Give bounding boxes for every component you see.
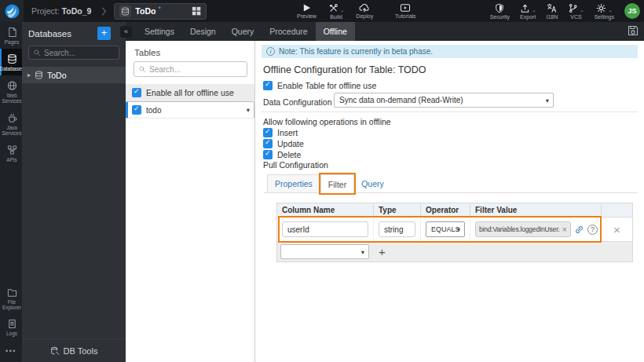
translate-icon bbox=[547, 3, 557, 13]
play-icon bbox=[302, 3, 311, 13]
db-tools-button[interactable]: DB Tools bbox=[22, 338, 126, 362]
subtab-filter[interactable]: Filter bbox=[320, 174, 354, 193]
sidebar-item-logs[interactable]: Logs bbox=[0, 314, 22, 340]
sidebar-item-apis[interactable]: APIs bbox=[0, 140, 22, 166]
enable-table-offline-label: Enable Table for offline use bbox=[277, 81, 376, 90]
sidebar-item-web-services[interactable]: Web Services bbox=[0, 75, 22, 108]
sidebar-item-databases[interactable]: Databases bbox=[0, 49, 22, 75]
tables-panel: Tables Enable all for offline use todo bbox=[126, 41, 255, 362]
sidebar-item-pages[interactable]: Pages bbox=[0, 22, 22, 49]
security-button[interactable]: Security bbox=[490, 3, 510, 20]
remove-value-icon[interactable]: × bbox=[562, 225, 567, 234]
filter-table-footer: + bbox=[277, 241, 632, 261]
app-logo[interactable] bbox=[0, 0, 24, 22]
add-filter-button[interactable]: + bbox=[379, 246, 386, 258]
top-bar: Project:ToDo_9 ToDo * Preview ⌄ Build De… bbox=[0, 0, 644, 22]
rail-spacer bbox=[0, 166, 22, 283]
database-tree-item-todo[interactable]: ▸ ToDo bbox=[22, 67, 126, 83]
delete-checkbox[interactable] bbox=[263, 150, 273, 159]
database-tree-label: ToDo bbox=[47, 71, 67, 80]
databases-panel-header: Databases + bbox=[22, 22, 126, 44]
delete-row-button[interactable]: × bbox=[613, 223, 620, 236]
database-icon bbox=[35, 71, 43, 79]
save-button[interactable] bbox=[628, 25, 639, 39]
chevron-down-icon: ⌄ bbox=[580, 7, 584, 13]
db-tools-icon bbox=[50, 346, 60, 356]
build-tools-icon bbox=[328, 3, 338, 13]
i18n-button[interactable]: I18N bbox=[546, 3, 558, 20]
chevron-down-icon: ⌄ bbox=[340, 7, 344, 13]
database-search-input[interactable] bbox=[44, 49, 112, 57]
page-icon bbox=[7, 27, 17, 38]
header-type: Type bbox=[374, 203, 421, 217]
subtab-properties[interactable]: Properties bbox=[267, 174, 320, 193]
tab-offline[interactable]: Offline bbox=[316, 22, 355, 41]
project-label: Project: bbox=[31, 6, 60, 16]
search-icon bbox=[33, 49, 41, 57]
filter-value-text: bind:Variables.loggedInUser.data bbox=[479, 225, 560, 233]
tab-design[interactable]: Design bbox=[182, 22, 224, 41]
grid-icon[interactable] bbox=[192, 6, 201, 16]
enable-table-offline-checkbox[interactable] bbox=[263, 81, 273, 90]
subtab-query[interactable]: Query bbox=[354, 174, 391, 193]
beta-note-text: Note: This feature is currently in beta … bbox=[279, 47, 433, 56]
user-avatar[interactable]: JS bbox=[624, 3, 640, 19]
beta-note-banner: i Note: This feature is currently in bet… bbox=[262, 45, 638, 58]
data-configuration-value: Sync data on-demand (Read-Write) bbox=[339, 96, 463, 104]
operator-select[interactable]: EQUALS bbox=[426, 221, 465, 237]
chevron-right-icon bbox=[101, 7, 107, 16]
tables-search-input[interactable] bbox=[149, 65, 237, 74]
header-actions bbox=[602, 203, 632, 217]
todo-table-checkbox[interactable] bbox=[132, 105, 141, 115]
databases-panel: Databases + ▸ ToDo DB Tools bbox=[22, 22, 126, 362]
section-divider bbox=[262, 112, 638, 112]
chevron-down-icon: ⌄ bbox=[532, 7, 536, 13]
tab-query[interactable]: Query bbox=[224, 22, 262, 41]
build-button[interactable]: ⌄ Build bbox=[328, 3, 344, 20]
page-title: Offline Configuration for Table: TODO bbox=[263, 64, 426, 75]
vcs-button[interactable]: ⌄ VCS bbox=[568, 3, 584, 20]
preview-button[interactable]: Preview bbox=[297, 3, 317, 19]
settings-button[interactable]: ⌄ Settings bbox=[595, 3, 614, 20]
coffee-icon bbox=[7, 112, 17, 123]
editor-tab-bar: Settings Design Query Procedure Offline bbox=[126, 22, 644, 41]
column-name-field[interactable]: userId bbox=[282, 221, 368, 237]
bind-link-icon[interactable] bbox=[574, 225, 584, 235]
tab-settings[interactable]: Settings bbox=[137, 22, 182, 41]
delete-operation-row: Delete bbox=[263, 150, 301, 159]
filter-table-header: Column Name Type Operator Filter Value bbox=[277, 203, 632, 218]
table-row-todo[interactable]: todo bbox=[126, 101, 254, 119]
todo-table-label: todo bbox=[146, 106, 161, 115]
add-column-select[interactable] bbox=[280, 244, 369, 259]
tab-procedure[interactable]: Procedure bbox=[262, 22, 315, 41]
type-field[interactable]: string bbox=[379, 221, 415, 237]
insert-checkbox[interactable] bbox=[263, 128, 273, 137]
deploy-button[interactable]: Deploy bbox=[356, 3, 373, 19]
add-database-button[interactable]: + bbox=[97, 27, 111, 40]
data-configuration-select[interactable]: Sync data on-demand (Read-Write) bbox=[334, 93, 554, 108]
header-column-name: Column Name bbox=[277, 203, 374, 217]
enable-all-offline-row[interactable]: Enable all for offline use bbox=[126, 84, 254, 101]
cloud-upload-icon bbox=[359, 3, 370, 13]
gear-icon bbox=[596, 3, 606, 13]
branch-icon bbox=[568, 3, 578, 13]
workspace-tab-todo[interactable]: ToDo * bbox=[114, 3, 207, 20]
enable-all-label: Enable all for offline use bbox=[146, 88, 234, 97]
api-icon bbox=[7, 144, 17, 155]
pull-configuration-label: Pull Configuration bbox=[263, 160, 328, 170]
sidebar-item-java-services[interactable]: Java Services bbox=[0, 108, 22, 140]
pull-config-tabs: Properties Filter Query bbox=[267, 174, 391, 193]
caret-right-icon: ▸ bbox=[27, 71, 31, 79]
sidebar-item-file-explorer[interactable]: File Explorer bbox=[0, 283, 22, 314]
toolbar-settings-group: Security ⌄ Export I18N ⌄ VCS ⌄ Settings … bbox=[490, 0, 640, 22]
databases-panel-title: Databases bbox=[28, 29, 97, 38]
export-button[interactable]: ⌄ Export bbox=[520, 3, 536, 20]
update-checkbox[interactable] bbox=[263, 139, 273, 148]
tutorials-button[interactable]: Tutorials bbox=[395, 3, 416, 19]
collapse-panel-button[interactable]: « bbox=[120, 26, 132, 38]
update-operation-row: Update bbox=[263, 139, 304, 148]
enable-all-checkbox[interactable] bbox=[132, 88, 141, 97]
database-search bbox=[28, 46, 119, 60]
help-icon[interactable]: ? bbox=[587, 225, 598, 235]
more-menu-button[interactable]: ••• bbox=[0, 340, 22, 362]
